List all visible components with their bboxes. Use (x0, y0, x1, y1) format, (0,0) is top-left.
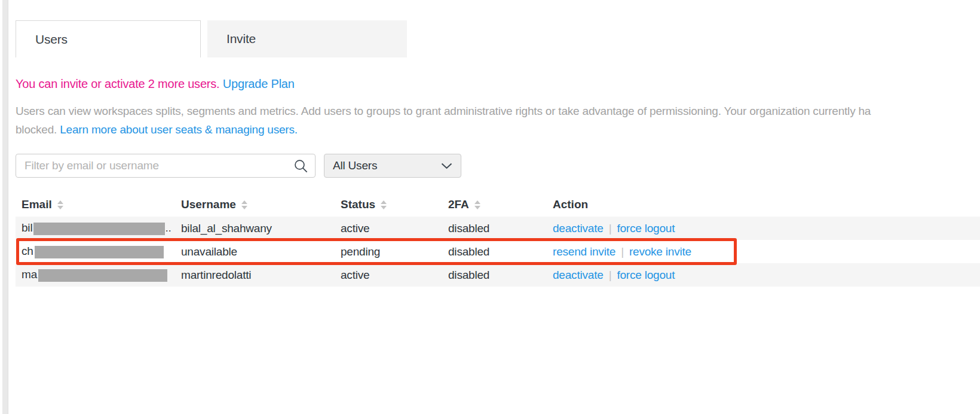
filter-toolbar: All Users (16, 154, 980, 178)
header-email[interactable]: Email (16, 198, 175, 211)
redaction-block (38, 269, 167, 282)
force-logout-link[interactable]: force logout (617, 222, 675, 235)
tab-users[interactable]: Users (16, 20, 201, 57)
filter-input-wrap (16, 154, 316, 178)
user-filter-dropdown[interactable]: All Users (324, 154, 461, 178)
main-content: Users Invite You can invite or activate … (16, 0, 980, 287)
status-cell: active (335, 222, 442, 235)
upgrade-plan-link[interactable]: Upgrade Plan (223, 77, 295, 90)
action-separator: | (604, 269, 617, 281)
action-separator: | (615, 245, 629, 258)
tab-bar: Users Invite (16, 20, 980, 57)
redaction-block (33, 223, 165, 235)
sort-icon[interactable] (57, 200, 63, 209)
sidebar-edge (2, 0, 8, 414)
username-cell: bilal_al_shahwany (175, 222, 335, 235)
revoke-invite-link[interactable]: revoke invite (629, 245, 691, 258)
action-cell: resend invite|revoke invite (547, 245, 980, 258)
table-row: ma martinredolatti active disabled deact… (16, 263, 980, 287)
email-cell: ch (16, 245, 175, 258)
sort-icon[interactable] (381, 200, 387, 209)
status-cell: pending (335, 245, 442, 258)
header-username[interactable]: Username (175, 198, 335, 211)
action-cell: deactivate|force logout (547, 269, 980, 282)
description-text: Users can view workspaces splits, segmen… (16, 102, 980, 139)
description-line1: Users can view workspaces splits, segmen… (16, 102, 980, 120)
action-separator: | (604, 222, 617, 235)
seats-banner: You can invite or activate 2 more users.… (16, 77, 980, 91)
sort-icon[interactable] (474, 200, 480, 209)
header-status[interactable]: Status (335, 198, 442, 211)
search-icon[interactable] (293, 158, 309, 176)
redaction-block (35, 246, 164, 258)
table-row: bil.. bilal_al_shahwany active disabled … (16, 217, 980, 240)
force-logout-link[interactable]: force logout (617, 269, 675, 281)
email-cell: bil.. (16, 221, 175, 235)
username-cell: unavailable (175, 245, 335, 258)
twofa-cell: disabled (442, 269, 547, 282)
tab-invite[interactable]: Invite (207, 20, 407, 57)
twofa-cell: disabled (442, 222, 547, 235)
chevron-down-icon (441, 163, 452, 169)
seats-message: You can invite or activate 2 more users. (16, 77, 219, 90)
deactivate-link[interactable]: deactivate (553, 222, 604, 235)
user-management-page: Users Invite You can invite or activate … (0, 0, 980, 414)
tab-users-label: Users (35, 32, 68, 47)
description-line2: blocked. Learn more about user seats & m… (16, 120, 980, 139)
learn-more-link[interactable]: Learn more about user seats & managing u… (60, 123, 298, 136)
email-cell: ma (16, 268, 175, 281)
user-filter-dropdown-value: All Users (333, 159, 377, 172)
action-cell: deactivate|force logout (547, 222, 980, 235)
twofa-cell: disabled (442, 245, 547, 258)
status-cell: active (335, 269, 442, 282)
resend-invite-link[interactable]: resend invite (553, 245, 615, 258)
description-line2-prefix: blocked. (16, 123, 60, 136)
table-header-row: Email Username Status 2FA Action (16, 197, 980, 212)
sort-icon[interactable] (241, 200, 247, 209)
username-cell: martinredolatti (175, 269, 335, 282)
header-action: Action (547, 198, 980, 211)
users-table: Email Username Status 2FA Action (16, 197, 980, 287)
deactivate-link[interactable]: deactivate (553, 269, 604, 281)
table-row-highlighted: ch unavailable pending disabled resend i… (16, 240, 980, 263)
tab-invite-label: Invite (226, 32, 256, 46)
header-2fa[interactable]: 2FA (442, 198, 547, 211)
filter-input[interactable] (16, 154, 316, 178)
